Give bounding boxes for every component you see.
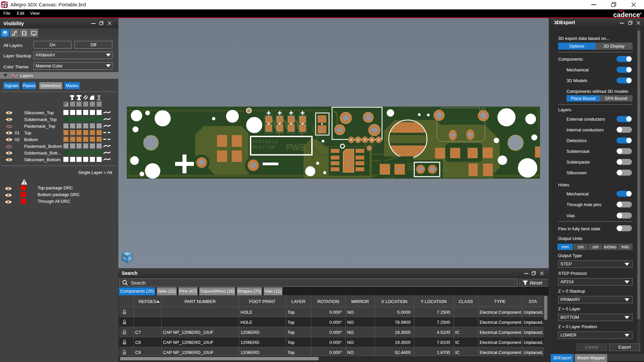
svg-text:MONITOR: MONITOR (252, 145, 275, 150)
svg-text:GND: GND (442, 168, 452, 174)
svg-text:T: T (97, 95, 101, 100)
svg-text:Top: Top (126, 253, 129, 255)
svg-text:PWB: PWB (286, 142, 306, 152)
svg-text:PORTABLE: PORTABLE (252, 139, 278, 144)
